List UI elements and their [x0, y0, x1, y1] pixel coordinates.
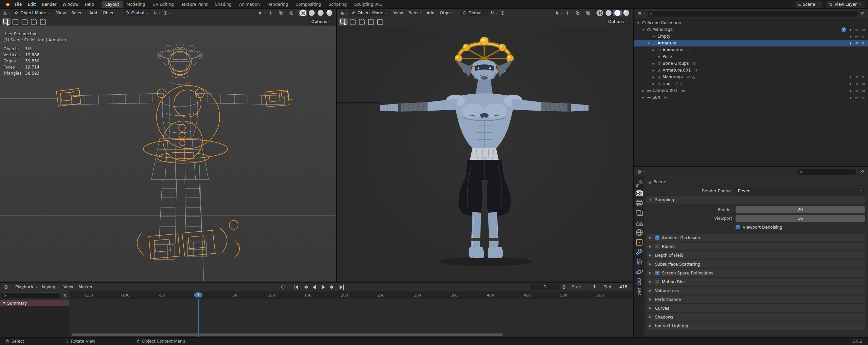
frame-start-field[interactable]: Start1 [569, 284, 599, 290]
panel-header-performance[interactable]: ▶Performance [647, 295, 865, 303]
tool-select-box-button[interactable] [348, 18, 357, 25]
timeline-menu-keying[interactable]: Keying [39, 284, 58, 290]
expander-icon[interactable]: ▶ [651, 62, 656, 65]
menu-view[interactable]: View [391, 10, 405, 16]
mode-dropdown[interactable]: Object Mode [12, 9, 53, 16]
bloom-checkbox[interactable] [655, 244, 659, 249]
viewport-denoising-checkbox-field[interactable]: Viewport Denoising [736, 225, 782, 230]
summary-channel-row[interactable]: ▼Summary [0, 300, 69, 306]
jump-to-end-button[interactable] [338, 284, 346, 290]
viewport-canvas-wireframe[interactable]: User Perspective (1) Scene Collection | … [0, 26, 336, 282]
unlink-scene-icon[interactable] [817, 2, 820, 6]
shading-rendered-button[interactable] [622, 10, 631, 16]
workspace-tab-animation[interactable]: Animation [235, 1, 264, 8]
menu-select[interactable]: Select [406, 10, 423, 16]
workspace-tab-scripting[interactable]: Scripting [325, 1, 350, 8]
expander-icon[interactable]: ▼ [641, 28, 646, 31]
snap-toggle-button[interactable] [489, 9, 499, 16]
expander-icon[interactable]: ▼ [646, 42, 651, 45]
properties-tab-output[interactable] [635, 199, 644, 207]
workspace-tab-layout[interactable]: Layout [102, 1, 123, 8]
outliner-row-armature-001[interactable]: ▶Armature.001 [634, 67, 868, 74]
viewport-denoising-checkbox[interactable] [736, 225, 740, 229]
play-reverse-button[interactable] [310, 284, 319, 290]
proportional-editing-button[interactable] [162, 9, 172, 16]
channel-search-input[interactable] [1, 292, 60, 299]
panel-header-volumetrics[interactable]: ▶Volumetrics [647, 287, 865, 294]
outliner-row-empty[interactable]: Empty [634, 33, 868, 40]
shading-wireframe-button[interactable] [595, 10, 604, 16]
options-dropdown[interactable]: Options [606, 18, 631, 25]
menu-edit[interactable]: Edit [25, 1, 38, 8]
outliner-row-armature[interactable]: ▼Armature [634, 40, 868, 46]
outliner-row-bone-groups[interactable]: ▶Bone Groups [634, 60, 868, 67]
menu-file[interactable]: File [12, 1, 24, 8]
restrict-select-icon[interactable] [849, 82, 852, 86]
auto-keying-button[interactable] [279, 284, 286, 290]
properties-tab-physics[interactable] [635, 268, 644, 276]
restrict-select-icon[interactable] [849, 96, 852, 99]
menu-select[interactable]: Select [69, 10, 86, 16]
outliner-row-ring[interactable]: ▶ring [634, 80, 868, 87]
hide-in-viewport-icon[interactable] [855, 82, 859, 86]
tool-tweak-button[interactable] [339, 18, 348, 25]
tool-select-intersect-button[interactable] [376, 18, 384, 25]
expander-icon[interactable]: ▶ [651, 69, 656, 72]
overlays-button[interactable] [575, 9, 584, 16]
restrict-select-icon[interactable] [849, 89, 852, 93]
outliner-row-sun[interactable]: ▶Sun [634, 94, 868, 101]
play-button[interactable] [319, 284, 328, 290]
channel-filter-button[interactable] [61, 292, 68, 299]
outliner-row-pose[interactable]: Pose [634, 53, 868, 60]
outliner-editor-type-button[interactable] [636, 10, 646, 17]
hide-in-viewport-icon[interactable] [855, 41, 859, 45]
hide-in-viewport-icon[interactable] [855, 89, 859, 93]
snap-toggle-button[interactable] [152, 9, 162, 16]
timeline-track-area[interactable]: -150-100-5015010015020025030035040045050… [69, 291, 633, 337]
disable-in-render-icon[interactable] [862, 75, 865, 79]
shading-rendered-button[interactable] [325, 10, 334, 16]
properties-tab-data[interactable] [635, 287, 644, 295]
gizmos-button[interactable] [564, 9, 574, 16]
workspace-tab-uv-editing[interactable]: UV Editing [149, 1, 178, 8]
hide-in-viewport-icon[interactable] [855, 35, 859, 38]
outliner-search-input[interactable] [648, 11, 857, 17]
workspace-tab-sculpting-001[interactable]: Sculpting.001 [350, 1, 386, 8]
properties-tab-scene[interactable] [635, 218, 644, 227]
menu-object[interactable]: Object [437, 10, 455, 16]
disable-in-render-icon[interactable] [862, 82, 865, 86]
tool-select-extend-button[interactable] [20, 18, 29, 25]
properties-tab-world[interactable] [635, 228, 644, 236]
expander-icon[interactable]: ▶ [641, 96, 646, 99]
expander-icon[interactable]: ▼ [636, 21, 640, 24]
tool-select-subtract-button[interactable] [367, 18, 375, 25]
workspace-tab-shading[interactable]: Shading [211, 1, 235, 8]
render-engine-dropdown[interactable]: Eevee [735, 188, 865, 194]
properties-search-input[interactable] [797, 169, 856, 175]
timeline-menu-view[interactable]: View [61, 284, 75, 290]
timeline-editor-type-button[interactable] [3, 284, 12, 290]
timeline-ruler[interactable]: -150-100-5015010015020025030035040045050… [69, 291, 633, 299]
expander-icon[interactable]: ▶ [641, 89, 646, 92]
panel-header-curves[interactable]: ▶Curves [647, 304, 865, 312]
panel-header-subsurface-scattering[interactable]: ▶Subsurface Scattering [647, 260, 865, 268]
expander-icon[interactable]: ▼ [3, 302, 5, 305]
panel-header-ambient-occlusion[interactable]: ▶Ambient Occlusion [647, 234, 865, 242]
menu-render[interactable]: Render [39, 1, 59, 8]
restrict-select-icon[interactable] [849, 41, 852, 45]
properties-tab-particles[interactable] [635, 258, 644, 266]
options-dropdown[interactable]: Options [309, 18, 334, 25]
panel-header-indirect-lighting[interactable]: ▶Indirect Lighting [647, 322, 865, 330]
current-frame-line[interactable] [198, 299, 199, 337]
properties-tab-modifiers[interactable] [635, 248, 644, 256]
scene-selector[interactable]: Scene [795, 1, 823, 8]
workspace-tab-texture-paint[interactable]: Texture Paint [178, 1, 211, 8]
disable-in-render-icon[interactable] [862, 41, 865, 45]
outliner-row-animation[interactable]: ▶Animation [634, 46, 868, 53]
viewport-canvas-shaded[interactable] [337, 26, 633, 282]
disable-in-render-icon[interactable] [862, 28, 865, 32]
remove-view-layer-icon[interactable] [858, 2, 862, 6]
collection-exclude-checkbox[interactable] [842, 27, 846, 32]
timeline-menu-playback[interactable]: Playback [13, 284, 36, 290]
properties-tab-view-layer[interactable] [635, 209, 644, 217]
